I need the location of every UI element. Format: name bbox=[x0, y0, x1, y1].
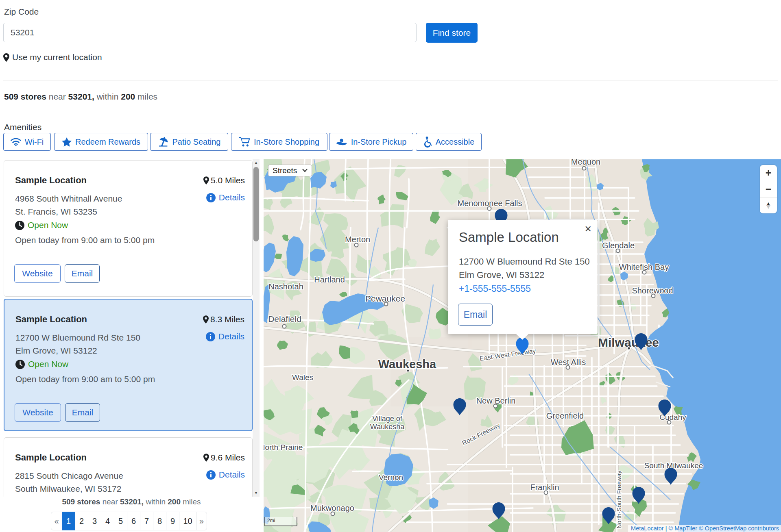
svg-text:Wales: Wales bbox=[292, 373, 313, 382]
svg-text:Franklin: Franklin bbox=[530, 483, 559, 492]
svg-text:North Prairie: North Prairie bbox=[264, 443, 303, 452]
svg-text:Village of: Village of bbox=[372, 415, 403, 423]
svg-text:Vernon: Vernon bbox=[379, 473, 403, 482]
svg-text:Waukesha: Waukesha bbox=[370, 423, 405, 431]
svg-text:North-South Freeway: North-South Freeway bbox=[615, 470, 622, 528]
svg-text:Merton: Merton bbox=[345, 235, 370, 244]
svg-text:Nashotah: Nashotah bbox=[268, 282, 303, 291]
svg-text:Delafield: Delafield bbox=[268, 314, 301, 324]
svg-text:Shorewood: Shorewood bbox=[632, 286, 673, 295]
svg-text:Waukesha: Waukesha bbox=[378, 358, 436, 371]
svg-text:Hartland: Hartland bbox=[314, 275, 345, 284]
svg-text:Pewaukee: Pewaukee bbox=[365, 294, 405, 303]
svg-text:Mequon: Mequon bbox=[571, 159, 600, 166]
svg-text:Mukwonago: Mukwonago bbox=[310, 504, 354, 512]
svg-text:Greenfield: Greenfield bbox=[546, 411, 584, 420]
